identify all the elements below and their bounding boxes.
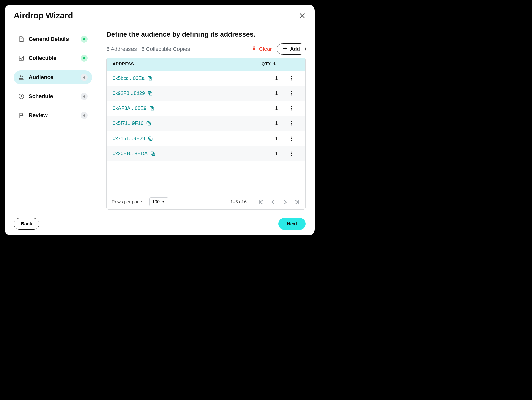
dropdown-triangle-icon [161,199,166,205]
step-general-details[interactable]: General Details [14,32,92,46]
row-menu-icon[interactable] [280,151,303,156]
last-page-icon[interactable] [294,199,300,205]
rows-per-page-select[interactable]: 100 [149,197,168,206]
svg-marker-41 [162,201,165,203]
status-dot-done-icon [81,36,88,43]
col-header-qty[interactable]: QTY [242,61,277,67]
copy-icon[interactable] [148,136,153,141]
pagination-range: 1–6 of 6 [230,199,247,205]
modal-title: Airdrop Wizard [14,11,73,20]
svg-point-13 [291,76,292,77]
table-row: 0xAF3A...08E91 [107,101,305,116]
step-audience[interactable]: Audience [14,70,92,84]
copy-icon[interactable] [147,91,153,96]
modal-header: Airdrop Wizard [5,5,315,25]
next-page-icon[interactable] [282,199,288,205]
col-header-address[interactable]: ADDRESS [113,62,242,66]
pagination-bar: Rows per page: 100 1–6 of 6 [107,194,305,209]
row-menu-icon[interactable] [280,76,303,81]
main-panel: Define the audience by defining its addr… [97,25,315,212]
plus-icon [283,46,288,52]
svg-point-35 [291,140,292,141]
table-row: 0x20EB...8EDA1 [107,146,305,161]
qty-cell: 1 [245,136,280,141]
row-menu-icon[interactable] [280,136,303,141]
copy-icon[interactable] [146,121,151,126]
step-collectible[interactable]: Collectible [14,51,92,65]
table-row: 0x92F8...8d291 [107,86,305,101]
address-cell: 0x5bcc...03Ea [113,75,245,81]
trash-icon [252,46,257,52]
svg-point-29 [291,123,292,124]
table-row: 0x5f71...9F161 [107,116,305,131]
svg-point-40 [291,155,292,156]
close-icon[interactable] [299,12,306,19]
status-dot-done-icon [81,55,88,62]
row-menu-icon[interactable] [280,106,303,111]
svg-point-14 [291,78,292,79]
svg-point-20 [291,94,292,95]
qty-cell: 1 [245,75,280,81]
clock-icon [18,93,25,100]
svg-point-5 [20,75,21,77]
add-label: Add [290,46,300,52]
svg-point-25 [291,109,292,110]
pagination-buttons [258,199,300,205]
clear-label: Clear [259,46,272,52]
svg-point-33 [291,136,292,137]
svg-point-28 [291,121,292,122]
section-heading: Define the audience by defining its addr… [106,31,306,38]
document-icon [18,36,25,42]
people-icon [18,74,25,81]
rows-per-page-value: 100 [152,199,160,205]
audience-summary: 6 Addresses | 6 Collectible Copies [106,46,247,52]
status-dot-pending-icon [81,74,88,81]
table-header-row: ADDRESS QTY [107,58,305,71]
prev-page-icon[interactable] [270,199,276,205]
qty-cell: 1 [245,120,280,126]
address-text[interactable]: 0x20EB...8EDA [113,151,148,156]
svg-point-15 [291,79,292,80]
address-cell: 0x20EB...8EDA [113,151,245,156]
qty-cell: 1 [245,90,280,96]
address-cell: 0xAF3A...08E9 [113,105,245,111]
table-row: 0x5bcc...03Ea1 [107,71,305,86]
first-page-icon[interactable] [258,199,264,205]
svg-point-38 [291,151,292,152]
step-review[interactable]: Review [14,108,92,122]
wizard-modal: Airdrop Wizard General Details Collectib… [5,5,315,235]
copy-icon[interactable] [150,151,156,156]
address-text[interactable]: 0x92F8...8d29 [113,90,145,96]
back-button[interactable]: Back [14,218,39,230]
qty-cell: 1 [245,105,280,111]
rows-per-page-label: Rows per page: [112,199,143,205]
step-label: Audience [29,74,53,81]
svg-point-34 [291,138,292,139]
row-menu-icon[interactable] [280,121,303,126]
next-button[interactable]: Next [278,218,306,230]
clear-button[interactable]: Clear [252,46,272,52]
copy-icon[interactable] [147,76,153,81]
table-row: 0x7151...9E291 [107,131,305,146]
qty-cell: 1 [245,151,280,156]
modal-footer: Back Next [5,212,315,235]
address-table: ADDRESS QTY 0x5bcc...03Ea10x92F8...8d291… [106,58,306,210]
address-text[interactable]: 0x5f71...9F16 [113,120,143,126]
modal-body: General Details Collectible Audience [5,25,315,212]
address-text[interactable]: 0x5bcc...03Ea [113,75,145,81]
sort-desc-icon [272,61,277,67]
svg-point-24 [291,108,292,109]
address-text[interactable]: 0x7151...9E29 [113,136,145,141]
add-button[interactable]: Add [277,43,306,55]
step-label: General Details [29,36,69,42]
copy-icon[interactable] [149,106,155,111]
address-text[interactable]: 0xAF3A...08E9 [113,105,147,111]
step-label: Collectible [29,55,56,61]
status-dot-pending-icon [81,93,88,100]
row-menu-icon[interactable] [280,91,303,96]
table-body[interactable]: 0x5bcc...03Ea10x92F8...8d2910xAF3A...08E… [107,71,305,194]
step-label: Schedule [29,93,53,100]
svg-point-30 [291,124,292,125]
step-schedule[interactable]: Schedule [14,89,92,103]
address-cell: 0x92F8...8d29 [113,90,245,96]
